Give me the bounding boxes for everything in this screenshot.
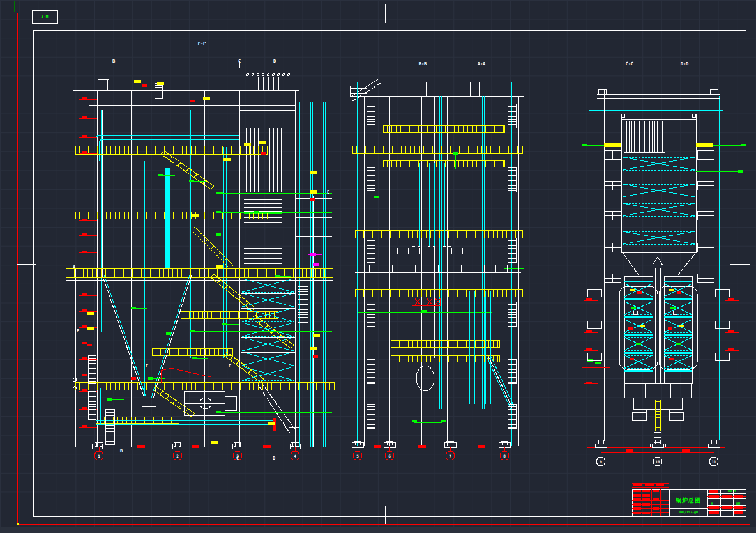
titleblock-cell-code: WB-M bbox=[720, 489, 743, 493]
titleblock-main-title: 锅炉总图 bbox=[670, 496, 707, 505]
view-middle-title-a: B-B bbox=[412, 61, 433, 66]
axis-bubble: 3 bbox=[233, 454, 242, 459]
section-label-d-bottom: D bbox=[270, 456, 278, 461]
canvas-bottom-edge bbox=[0, 527, 756, 533]
view-right-title-b: D-D bbox=[674, 61, 695, 66]
section-label-b-bottom: B bbox=[117, 449, 125, 454]
axis-bubble: 2 bbox=[173, 454, 182, 459]
detail-label-e3: E bbox=[227, 364, 233, 369]
view-middle-title-b: A-A bbox=[471, 61, 492, 66]
sheet-frame bbox=[14, 1, 750, 525]
view-left-linework bbox=[66, 61, 335, 460]
section-label-a: A bbox=[71, 265, 77, 270]
sheet-corner-label: 3-M bbox=[32, 10, 57, 23]
axis-bubble: 1 bbox=[94, 454, 103, 459]
section-label-d-top: D bbox=[271, 59, 278, 64]
titleblock-cell-scale: WM bbox=[732, 502, 745, 506]
view-left-title: P-P bbox=[192, 41, 212, 46]
titleblock-drawing-code: BWB/157-g0 bbox=[670, 510, 707, 514]
titleblock-cell-rev: A bbox=[709, 502, 715, 506]
axis-bubble: 5 bbox=[353, 454, 362, 459]
detail-label-e4: E bbox=[325, 190, 331, 195]
axis-bubble: 8 bbox=[500, 454, 509, 459]
axis-bubble: 4 bbox=[291, 454, 299, 459]
view-middle-linework bbox=[350, 79, 524, 460]
axis-bubble: 11 bbox=[709, 460, 718, 465]
view-right-title-a: C-C bbox=[619, 61, 640, 66]
axis-bubble: 9 bbox=[596, 460, 605, 465]
detail-label-e1: E bbox=[75, 328, 81, 334]
detail-label-e2: E bbox=[144, 364, 150, 369]
view-right-linework bbox=[582, 75, 746, 466]
section-label-b-top: B bbox=[110, 59, 117, 64]
section-label-c-top: C bbox=[236, 59, 243, 64]
axis-bubble: 6 bbox=[385, 454, 394, 459]
cad-linework bbox=[0, 0, 756, 533]
axis-bubble: 7 bbox=[446, 454, 455, 459]
axis-bubble: 10 bbox=[653, 460, 662, 465]
drawing-sheet[interactable]: 3-M P-P B-B A-A C-C D-D B C D B C D A E … bbox=[0, 0, 756, 533]
